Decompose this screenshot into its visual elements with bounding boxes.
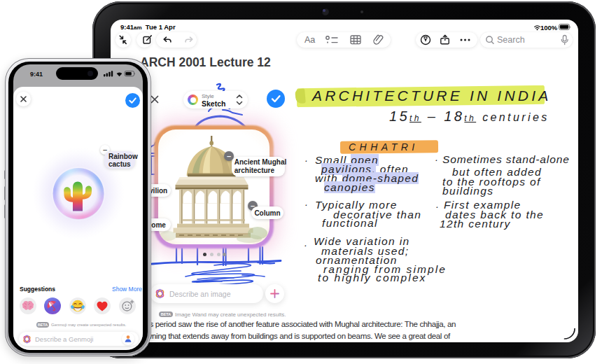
svg-text:Aa: Aa xyxy=(304,35,315,45)
svg-text:Search: Search xyxy=(497,35,525,45)
svg-text:100%: 100% xyxy=(540,24,558,31)
